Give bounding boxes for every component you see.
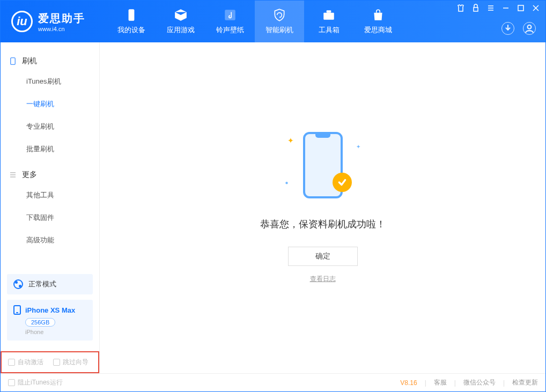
view-log-link[interactable]: 查看日志 [310,275,336,284]
music-note-icon [223,8,237,22]
highlighted-checkbox-row: 自动激活 跳过向导 [1,351,99,373]
phone-icon [13,305,21,315]
sidebar-item-other-tools[interactable]: 其他工具 [1,184,99,206]
tab-label: 我的设备 [117,25,145,35]
close-button[interactable] [532,4,540,12]
shirt-icon[interactable] [456,4,465,12]
checkbox-skip-guide[interactable]: 跳过向导 [53,358,88,367]
checkbox-block-itunes[interactable]: 阻止iTunes运行 [8,378,63,387]
app-window: iu 爱思助手 www.i4.cn 我的设备 应用游戏 铃声壁纸 智能刷机 [0,0,546,392]
device-panel: 正常模式 iPhone XS Max 256GB iPhone [1,268,99,347]
list-icon [9,171,17,179]
checkbox-icon [53,359,60,366]
footer-link-update[interactable]: 检查更新 [512,378,538,387]
ok-button[interactable]: 确定 [288,247,358,266]
svg-rect-0 [129,9,135,21]
svg-rect-4 [474,8,478,11]
main-content: ✦ ✦ ● 恭喜您，保资料刷机成功啦！ 确定 查看日志 [100,42,545,373]
spark-icon: ✦ [356,144,360,150]
mode-box[interactable]: 正常模式 [7,274,93,294]
svg-rect-13 [11,58,15,65]
cb-label: 跳过向导 [63,358,88,367]
svg-rect-3 [327,10,331,12]
device-storage: 256GB [25,318,55,327]
tab-label: 应用游戏 [167,25,195,35]
bag-icon [371,8,385,22]
tab-label: 铃声壁纸 [216,25,244,35]
footer-link-wechat[interactable]: 微信公众号 [463,378,496,387]
tab-toolbox[interactable]: 工具箱 [304,1,353,42]
logo-icon: iu [11,11,33,32]
toolbox-icon [322,8,336,22]
sidebar-item-download-firmware[interactable]: 下载固件 [1,206,99,229]
success-illustration: ✦ ✦ ● [280,132,366,202]
footer-left: 阻止iTunes运行 [8,378,63,387]
sidebar: 刷机 iTunes刷机 一键刷机 专业刷机 批量刷机 更多 其他工具 下载固件 … [1,42,100,373]
header-bar: iu 爱思助手 www.i4.cn 我的设备 应用游戏 铃声壁纸 智能刷机 [1,1,545,42]
section-title: 刷机 [22,56,37,66]
sidebar-section-more: 更多 [1,166,99,184]
app-subtitle: www.i4.cn [38,26,85,32]
device-icon [124,8,138,22]
footer-link-support[interactable]: 客服 [434,378,447,387]
device-name: iPhone XS Max [25,306,75,314]
svg-rect-1 [225,10,235,20]
spark-icon: ✦ [287,136,294,145]
device-type: iPhone [25,329,86,335]
svg-point-12 [528,25,532,29]
window-controls [456,4,540,12]
tab-my-device[interactable]: 我的设备 [107,1,156,42]
sidebar-item-batch-flash[interactable]: 批量刷机 [1,138,99,160]
nav-tabs: 我的设备 应用游戏 铃声壁纸 智能刷机 工具箱 爱思商城 [107,1,403,42]
maximize-button[interactable] [517,4,525,12]
user-button[interactable] [523,22,536,35]
sidebar-scroll: 刷机 iTunes刷机 一键刷机 专业刷机 批量刷机 更多 其他工具 下载固件 … [1,42,99,268]
mode-icon [13,279,23,289]
cb-label: 自动激活 [18,358,43,367]
tab-label: 智能刷机 [265,25,293,35]
tab-label: 工具箱 [319,25,340,35]
menu-icon[interactable] [486,4,495,12]
footer-bar: 阻止iTunes运行 V8.16 | 客服 | 微信公众号 | 检查更新 [1,373,545,391]
phone-outline-icon [9,57,17,65]
sidebar-section-flash: 刷机 [1,52,99,70]
cube-icon [174,8,188,22]
body: 刷机 iTunes刷机 一键刷机 专业刷机 批量刷机 更多 其他工具 下载固件 … [1,42,545,373]
version-label: V8.16 [400,379,417,387]
svg-rect-2 [323,13,334,20]
tab-label: 爱思商城 [364,25,392,35]
success-title: 恭喜您，保资料刷机成功啦！ [260,218,386,231]
sidebar-item-advanced[interactable]: 高级功能 [1,229,99,252]
tab-store[interactable]: 爱思商城 [353,1,403,42]
download-button[interactable] [501,22,514,35]
section-title: 更多 [22,170,37,180]
lock-icon[interactable] [471,4,480,12]
sidebar-item-pro-flash[interactable]: 专业刷机 [1,115,99,138]
header-actions [501,22,536,35]
tab-smart-flash[interactable]: 智能刷机 [255,1,304,42]
sidebar-item-itunes-flash[interactable]: iTunes刷机 [1,70,99,93]
minimize-button[interactable] [501,4,510,12]
cb-label: 阻止iTunes运行 [18,378,63,387]
refresh-shield-icon [272,8,286,22]
app-title: 爱思助手 [38,11,85,26]
device-box[interactable]: iPhone XS Max 256GB iPhone [7,300,93,341]
mode-label: 正常模式 [28,279,56,289]
checkbox-icon [8,359,15,366]
checkbox-auto-activate[interactable]: 自动激活 [8,358,43,367]
check-circle-icon [333,173,352,192]
spark-icon: ● [285,180,289,186]
tab-apps-games[interactable]: 应用游戏 [156,1,205,42]
tab-ringtones-wallpapers[interactable]: 铃声壁纸 [205,1,255,42]
sidebar-item-oneclick-flash[interactable]: 一键刷机 [1,93,99,115]
logo-area[interactable]: iu 爱思助手 www.i4.cn [1,11,96,32]
svg-rect-9 [518,5,523,11]
checkbox-icon [8,379,15,386]
footer-right: V8.16 | 客服 | 微信公众号 | 检查更新 [400,378,538,387]
